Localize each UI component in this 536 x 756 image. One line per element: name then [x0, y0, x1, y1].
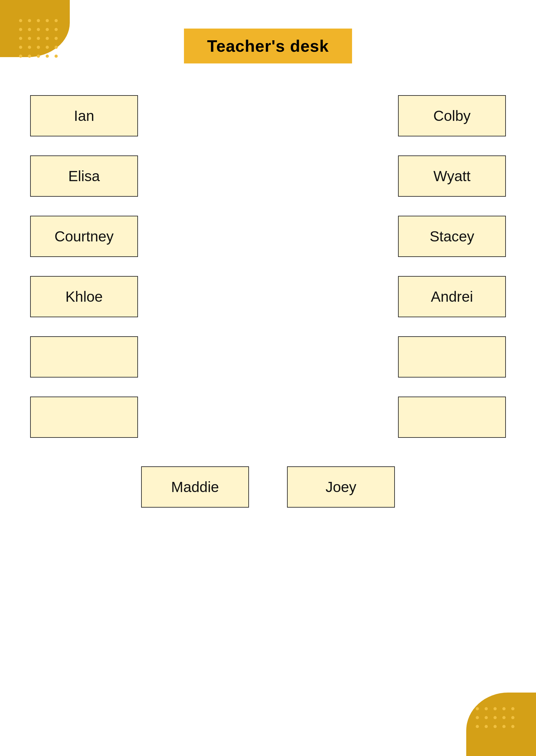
seat-colby[interactable]: Colby: [398, 95, 506, 136]
bottom-right-decoration: [453, 673, 536, 756]
seat-row-6: [30, 396, 506, 438]
bottom-row: Maddie Joey: [30, 466, 506, 508]
seat-khloe[interactable]: Khloe: [30, 276, 138, 317]
seat-maddie[interactable]: Maddie: [141, 466, 249, 508]
seat-row-2: Elisa Wyatt: [30, 155, 506, 197]
seat-row-5: [30, 336, 506, 378]
seat-stacey[interactable]: Stacey: [398, 216, 506, 257]
seat-empty-left-1[interactable]: [30, 336, 138, 378]
teachers-desk-header: Teacher's desk: [184, 28, 352, 63]
seat-wyatt[interactable]: Wyatt: [398, 155, 506, 197]
seat-joey[interactable]: Joey: [287, 466, 395, 508]
page-content: Teacher's desk Ian Colby Elisa Wyatt Cou…: [0, 0, 536, 508]
seat-courtney[interactable]: Courtney: [30, 216, 138, 257]
teachers-desk-label: Teacher's desk: [207, 37, 329, 55]
seat-empty-left-2[interactable]: [30, 396, 138, 438]
seat-elisa[interactable]: Elisa: [30, 155, 138, 197]
seat-row-3: Courtney Stacey: [30, 216, 506, 257]
seat-empty-right-2[interactable]: [398, 396, 506, 438]
seat-row-4: Khloe Andrei: [30, 276, 506, 317]
seating-area: Ian Colby Elisa Wyatt Courtney Stacey: [30, 95, 506, 508]
seat-row-1: Ian Colby: [30, 95, 506, 136]
seat-ian[interactable]: Ian: [30, 95, 138, 136]
seat-andrei[interactable]: Andrei: [398, 276, 506, 317]
seat-empty-right-1[interactable]: [398, 336, 506, 378]
bottom-right-dots: [476, 707, 517, 731]
